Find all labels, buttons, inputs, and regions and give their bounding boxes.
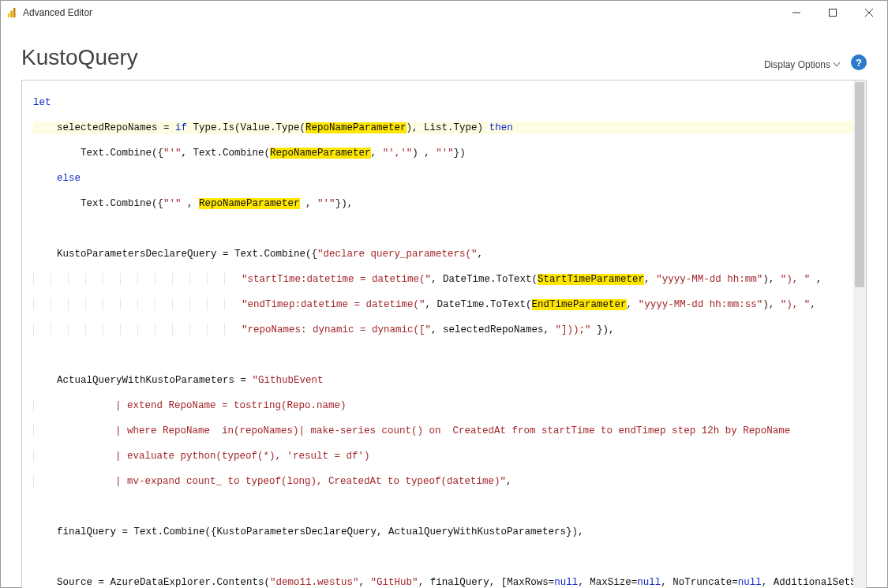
window: Advanced Editor KustoQuery Display Optio… (0, 0, 888, 588)
page-title: KustoQuery (21, 45, 764, 70)
help-icon[interactable]: ? (851, 54, 867, 70)
svg-rect-4 (830, 9, 837, 17)
scrollbar-thumb[interactable] (855, 82, 864, 287)
maximize-button[interactable] (815, 1, 851, 24)
close-button[interactable] (851, 1, 887, 24)
content-area: KustoQuery Display Options ? let selecte… (1, 24, 887, 588)
svg-rect-1 (10, 10, 13, 17)
display-options-dropdown[interactable]: Display Options (764, 59, 840, 70)
code-content[interactable]: let selectedRepoNames = if Type.Is(Value… (22, 81, 866, 588)
header-row: KustoQuery Display Options ? (21, 45, 867, 70)
svg-rect-0 (8, 13, 10, 17)
code-editor[interactable]: let selectedRepoNames = if Type.Is(Value… (21, 80, 867, 588)
editor-scrollbar[interactable] (853, 81, 866, 588)
minimize-button[interactable] (778, 1, 815, 24)
display-options-label: Display Options (764, 59, 830, 70)
app-icon (7, 7, 18, 18)
chevron-down-icon (834, 62, 840, 67)
title-bar: Advanced Editor (1, 1, 887, 24)
svg-rect-2 (13, 8, 16, 17)
window-title: Advanced Editor (23, 7, 92, 18)
